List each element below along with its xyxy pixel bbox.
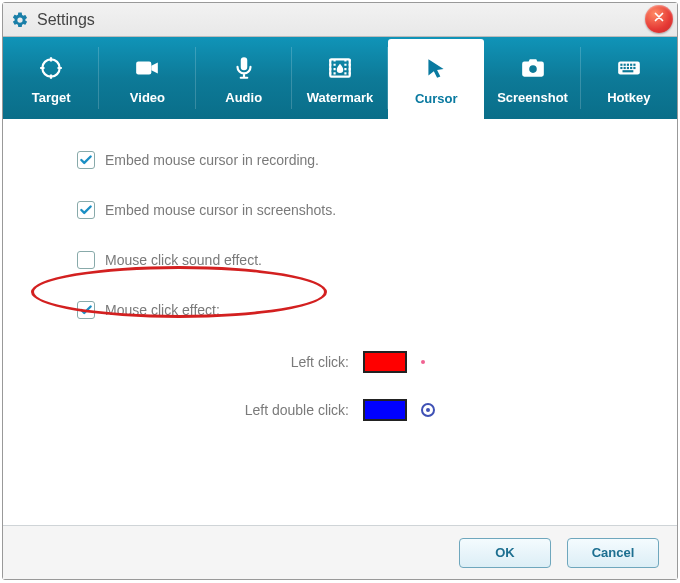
option-label: Embed mouse cursor in recording.	[105, 152, 319, 168]
tab-label: Hotkey	[607, 90, 650, 105]
svg-rect-11	[620, 66, 622, 68]
svg-rect-12	[623, 66, 625, 68]
left-click-color-swatch[interactable]	[363, 351, 407, 373]
checkbox-embed-screenshot[interactable]	[77, 201, 95, 219]
option-label: Mouse click effect:	[105, 302, 220, 318]
settings-window: Settings Target Video Audio	[2, 2, 678, 580]
tab-label: Audio	[225, 90, 262, 105]
svg-rect-16	[622, 70, 633, 72]
svg-point-0	[42, 59, 59, 76]
target-icon	[35, 52, 67, 84]
svg-rect-10	[633, 63, 635, 65]
option-label: Embed mouse cursor in screenshots.	[105, 202, 336, 218]
left-double-click-color-swatch[interactable]	[363, 399, 407, 421]
option-click-effect: Mouse click effect:	[77, 301, 627, 319]
svg-rect-13	[627, 66, 629, 68]
gear-icon	[11, 11, 29, 29]
cursor-icon	[420, 53, 452, 85]
watermark-icon	[324, 52, 356, 84]
tab-label: Target	[32, 90, 71, 105]
left-click-label: Left click:	[53, 354, 349, 370]
ok-button[interactable]: OK	[459, 538, 551, 568]
checkbox-embed-recording[interactable]	[77, 151, 95, 169]
video-icon	[131, 52, 163, 84]
tab-label: Cursor	[415, 91, 458, 106]
checkbox-click-effect[interactable]	[77, 301, 95, 319]
tab-label: Screenshot	[497, 90, 568, 105]
audio-icon	[228, 52, 260, 84]
option-embed-recording: Embed mouse cursor in recording.	[77, 151, 627, 169]
option-label: Mouse click sound effect.	[105, 252, 262, 268]
row-left-click: Left click:	[53, 351, 627, 373]
option-embed-screenshot: Embed mouse cursor in screenshots.	[77, 201, 627, 219]
cursor-panel: Embed mouse cursor in recording. Embed m…	[3, 119, 677, 525]
window-title: Settings	[37, 11, 95, 29]
svg-point-4	[529, 65, 537, 73]
svg-rect-1	[137, 61, 152, 74]
tab-hotkey[interactable]: Hotkey	[581, 37, 677, 119]
tab-cursor[interactable]: Cursor	[388, 39, 484, 119]
double-click-ring-icon	[421, 403, 435, 417]
svg-rect-7	[623, 63, 625, 65]
dialog-footer: OK Cancel	[3, 525, 677, 579]
svg-rect-8	[627, 63, 629, 65]
title-bar: Settings	[3, 3, 677, 37]
tab-label: Video	[130, 90, 165, 105]
tab-screenshot[interactable]: Screenshot	[484, 37, 580, 119]
svg-rect-9	[630, 63, 632, 65]
screenshot-icon	[517, 52, 549, 84]
left-double-click-label: Left double click:	[53, 402, 349, 418]
click-dot-icon	[421, 360, 425, 364]
tab-target[interactable]: Target	[3, 37, 99, 119]
close-icon	[652, 10, 666, 28]
row-left-double-click: Left double click:	[53, 399, 627, 421]
tab-label: Watermark	[307, 90, 374, 105]
tab-watermark[interactable]: Watermark	[292, 37, 388, 119]
tab-video[interactable]: Video	[99, 37, 195, 119]
tab-audio[interactable]: Audio	[196, 37, 292, 119]
svg-rect-2	[240, 57, 247, 70]
option-click-sound: Mouse click sound effect.	[77, 251, 627, 269]
cancel-button[interactable]: Cancel	[567, 538, 659, 568]
svg-rect-14	[630, 66, 632, 68]
hotkey-icon	[613, 52, 645, 84]
checkbox-click-sound[interactable]	[77, 251, 95, 269]
close-button[interactable]	[645, 5, 673, 33]
svg-rect-15	[633, 66, 635, 68]
tab-strip: Target Video Audio Watermark Cursor	[3, 37, 677, 119]
svg-rect-6	[620, 63, 622, 65]
